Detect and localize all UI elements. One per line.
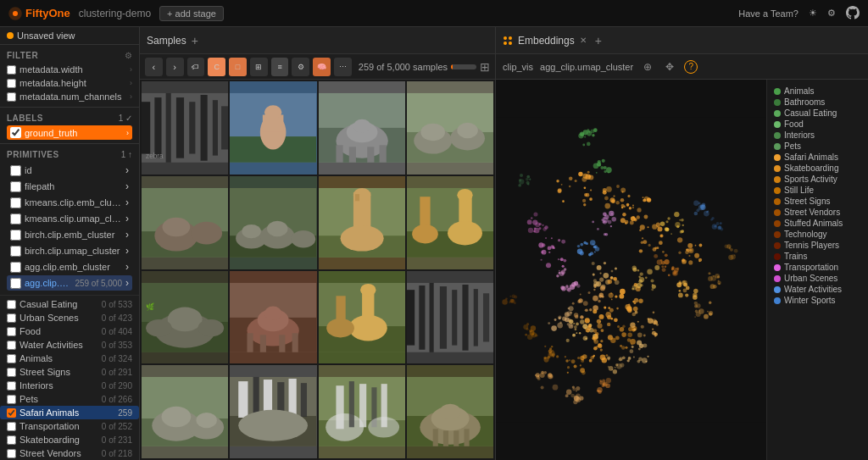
tag-button[interactable]: 🏷 <box>187 58 205 76</box>
sample-cell-11[interactable] <box>319 271 405 364</box>
sample-cell-13[interactable] <box>142 365 228 458</box>
svg-point-334 <box>616 308 619 310</box>
sample-cell-2[interactable] <box>230 81 316 175</box>
add-stage-button[interactable]: + add stage <box>159 6 224 21</box>
cat-skate-checkbox[interactable] <box>7 435 16 445</box>
cat-street-vendors[interactable]: Street Vendors 0 of 218 <box>0 446 139 460</box>
svg-point-136 <box>590 129 594 133</box>
embeddings-move-btn[interactable]: ✥ <box>662 59 677 75</box>
list-button[interactable]: ≡ <box>271 58 289 76</box>
svg-point-174 <box>616 185 620 188</box>
github-icon[interactable] <box>846 6 860 21</box>
sample-cell-3[interactable] <box>319 81 405 175</box>
agg-emb-checkbox[interactable] <box>10 262 21 273</box>
cat-urban-scenes-checkbox[interactable] <box>7 313 16 323</box>
svg-point-493 <box>597 324 602 329</box>
cat-interiors[interactable]: Interiors 0 of 290 <box>0 379 139 392</box>
cat-animals-checkbox[interactable] <box>7 354 16 363</box>
prev-button[interactable]: ‹ <box>145 58 163 76</box>
legend-label: Animals <box>784 86 815 96</box>
kmeans-umap-checkbox[interactable] <box>10 213 21 224</box>
kmeans-emb-checkbox[interactable] <box>10 197 21 208</box>
legend-dot <box>774 154 781 161</box>
svg-point-707 <box>597 387 602 392</box>
embeddings-add-btn[interactable]: + <box>595 34 602 47</box>
agg-umap-item[interactable]: agg.clip.umap_clu... 259 of 5,000 › <box>7 275 132 291</box>
brain-button[interactable]: 🧠 <box>313 58 331 76</box>
cat-transport-checkbox[interactable] <box>7 422 16 431</box>
embeddings-canvas[interactable] <box>496 80 766 460</box>
sample-cell-14[interactable] <box>230 365 316 458</box>
sample-cell-9[interactable]: 🌿 <box>142 271 228 364</box>
svg-point-653 <box>526 323 529 325</box>
cat-transportation[interactable]: Transportation 0 of 252 <box>0 419 139 433</box>
filepath-checkbox[interactable] <box>10 181 21 192</box>
legend-label: Urban Scenes <box>784 274 837 283</box>
embeddings-tab-close[interactable]: ✕ <box>580 36 587 45</box>
legend-item: Casual Eating <box>774 108 861 118</box>
metadata-channels-checkbox[interactable] <box>7 92 16 102</box>
sample-cell-12[interactable] <box>407 271 493 364</box>
label-orange2-button[interactable]: □ <box>229 58 247 76</box>
cat-casual-eating[interactable]: Casual Eating 0 of 533 <box>0 297 139 311</box>
id-checkbox[interactable] <box>10 165 21 176</box>
cat-water-activities[interactable]: Water Activities 0 of 353 <box>0 338 139 352</box>
cat-street-signs[interactable]: Street Signs 0 of 291 <box>0 365 139 379</box>
cat-food-checkbox[interactable] <box>7 327 16 336</box>
sample-cell-15[interactable] <box>319 365 405 458</box>
sample-cell-5[interactable] <box>142 176 228 269</box>
cat-vendors-checkbox[interactable] <box>7 449 16 458</box>
cat-urban-scenes[interactable]: Urban Scenes 0 of 423 <box>0 311 139 324</box>
embeddings-lasso-btn[interactable]: ⊕ <box>640 59 655 75</box>
filter-settings-icon[interactable]: ⚙ <box>125 51 132 60</box>
label-orange-button[interactable]: C <box>208 58 225 76</box>
filter-metadata-channels: metadata.num_channels › <box>7 90 132 103</box>
svg-rect-49 <box>354 194 359 201</box>
svg-point-723 <box>715 225 717 228</box>
svg-point-444 <box>533 230 536 233</box>
sample-cell-7[interactable] <box>319 176 405 269</box>
cat-skateboarding[interactable]: Skateboarding 0 of 231 <box>0 433 139 446</box>
settings-icon[interactable]: ⚙ <box>827 8 836 19</box>
agg-umap-checkbox[interactable] <box>10 278 21 289</box>
have-team-link[interactable]: Have a Team? <box>738 8 798 19</box>
cat-water-checkbox[interactable] <box>7 341 16 350</box>
cat-safari-checkbox[interactable] <box>7 408 16 418</box>
cat-safari-animals[interactable]: Safari Animals 259 <box>0 406 139 419</box>
svg-point-170 <box>580 172 581 174</box>
sample-cell-10[interactable] <box>230 271 316 364</box>
ground-truth-checkbox[interactable] <box>10 127 21 138</box>
sample-cell-8[interactable] <box>407 176 493 269</box>
more-button[interactable]: ⋯ <box>334 58 352 76</box>
sample-cell-1[interactable]: zebra <box>142 81 228 175</box>
svg-point-265 <box>682 224 684 226</box>
metadata-width-checkbox[interactable] <box>7 65 16 75</box>
cat-animals[interactable]: Animals 0 of 324 <box>0 352 139 365</box>
birch-emb-checkbox[interactable] <box>10 230 21 241</box>
metadata-height-checkbox[interactable] <box>7 79 16 88</box>
cat-interiors-checkbox[interactable] <box>7 381 16 391</box>
svg-point-384 <box>682 280 686 284</box>
grid-view-icon[interactable]: ⊞ <box>480 60 490 74</box>
svg-point-131 <box>588 131 590 133</box>
crop-button[interactable]: ⊞ <box>250 58 268 76</box>
sample-cell-6[interactable] <box>230 176 316 269</box>
sample-cell-4[interactable] <box>407 81 493 175</box>
ground-truth-item[interactable]: ground_truth › <box>7 125 132 140</box>
svg-point-146 <box>597 162 601 166</box>
svg-point-519 <box>617 325 620 328</box>
cat-casual-eating-checkbox[interactable] <box>7 300 16 309</box>
settings-tb-button[interactable]: ⚙ <box>292 58 309 76</box>
sun-icon[interactable]: ☀ <box>809 8 817 19</box>
cat-pets[interactable]: Pets 0 of 266 <box>0 392 139 406</box>
samples-add-btn[interactable]: + <box>192 34 198 47</box>
cat-pets-checkbox[interactable] <box>7 395 16 404</box>
cat-street-signs-checkbox[interactable] <box>7 368 16 377</box>
cat-food[interactable]: Food 0 of 404 <box>0 324 139 338</box>
embeddings-help-btn[interactable]: ? <box>684 60 698 74</box>
svg-point-621 <box>598 344 602 348</box>
svg-point-520 <box>631 344 632 346</box>
sample-cell-16[interactable] <box>407 365 493 458</box>
next-button[interactable]: › <box>166 58 184 76</box>
birch-umap-checkbox[interactable] <box>10 246 21 257</box>
